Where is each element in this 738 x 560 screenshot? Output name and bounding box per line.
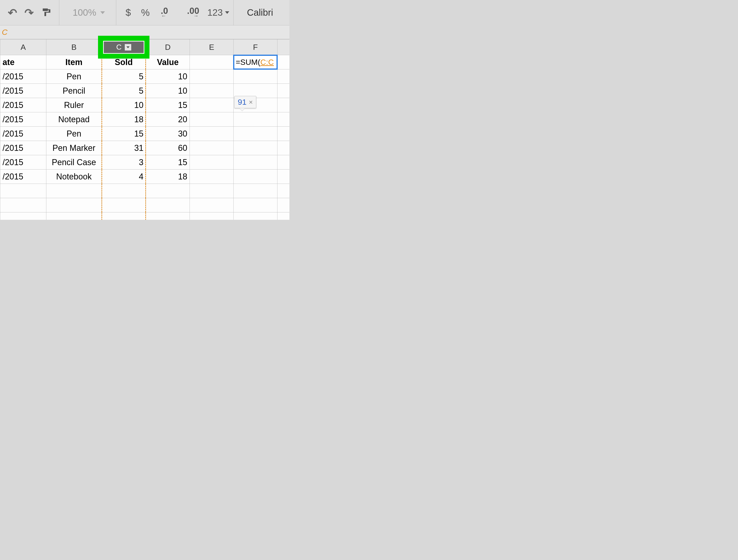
cell-sold[interactable]: 10 [102, 98, 146, 112]
cell-item[interactable]: Pen [46, 69, 102, 84]
col-header-C-selected[interactable]: C [103, 41, 144, 54]
cell-date[interactable]: /2015 [0, 170, 46, 184]
cell-value[interactable]: 15 [146, 155, 190, 170]
cell-item[interactable]: Notebook [46, 170, 102, 184]
cell[interactable] [278, 170, 290, 184]
cell[interactable] [278, 55, 290, 69]
cell[interactable] [234, 170, 278, 184]
header-item[interactable]: Item [46, 55, 102, 69]
header-value[interactable]: Value [146, 55, 190, 69]
cell[interactable] [146, 213, 190, 220]
cell-item[interactable]: Pencil Case [46, 155, 102, 170]
cell[interactable] [278, 141, 290, 155]
formula-editor[interactable]: =SUM(C:C [233, 55, 278, 70]
col-header-G[interactable] [278, 39, 290, 55]
header-date[interactable]: ate [0, 55, 46, 69]
cell[interactable] [102, 184, 146, 198]
cell-sold[interactable]: 15 [102, 126, 146, 141]
decrease-decimal-button[interactable]: .0 ← [155, 7, 181, 18]
cell-date[interactable]: /2015 [0, 98, 46, 112]
cell-date[interactable]: /2015 [0, 69, 46, 84]
cell-value[interactable]: 30 [146, 126, 190, 141]
cell[interactable] [278, 213, 290, 220]
cell[interactable] [278, 155, 290, 170]
cell-sold[interactable]: 5 [102, 84, 146, 98]
cell-value[interactable]: 18 [146, 170, 190, 184]
cell[interactable] [46, 198, 102, 213]
cell-value[interactable]: 20 [146, 112, 190, 126]
tooltip-close-button[interactable]: × [249, 98, 253, 106]
cell-date[interactable]: /2015 [0, 141, 46, 155]
cell[interactable] [278, 98, 290, 112]
cell[interactable] [190, 84, 234, 98]
cell[interactable] [190, 69, 234, 84]
cell[interactable] [146, 198, 190, 213]
cell[interactable] [278, 112, 290, 126]
cell[interactable] [190, 141, 234, 155]
cell[interactable] [146, 184, 190, 198]
cell[interactable] [234, 155, 278, 170]
formula-cell[interactable]: =SUM(C:C [234, 55, 278, 69]
cell[interactable] [234, 198, 278, 213]
increase-decimal-button[interactable]: .00 → [181, 7, 207, 18]
cell[interactable] [190, 126, 234, 141]
cell[interactable] [0, 213, 46, 220]
name-box[interactable]: C [2, 28, 8, 37]
more-formats-dropdown[interactable]: 123 [207, 7, 229, 18]
cell-value[interactable]: 10 [146, 84, 190, 98]
cell-item[interactable]: Ruler [46, 98, 102, 112]
col-header-C[interactable]: C [102, 39, 146, 55]
col-header-A[interactable]: A [0, 39, 46, 55]
cell[interactable] [0, 198, 46, 213]
cell[interactable] [234, 141, 278, 155]
cell[interactable] [190, 170, 234, 184]
col-header-E[interactable]: E [190, 39, 234, 55]
cell-item[interactable]: Notepad [46, 112, 102, 126]
cell[interactable] [190, 98, 234, 112]
cell-date[interactable]: /2015 [0, 84, 46, 98]
cell[interactable] [278, 84, 290, 98]
cell-sold[interactable]: 5 [102, 69, 146, 84]
cell-date[interactable]: /2015 [0, 112, 46, 126]
cell[interactable] [234, 213, 278, 220]
cell-sold[interactable]: 18 [102, 112, 146, 126]
font-family-dropdown[interactable]: Calibri [238, 7, 273, 18]
cell[interactable] [46, 184, 102, 198]
cell[interactable] [102, 198, 146, 213]
cell[interactable] [190, 213, 234, 220]
cell[interactable] [278, 198, 290, 213]
cell-date[interactable]: /2015 [0, 126, 46, 141]
cell[interactable] [0, 184, 46, 198]
cell[interactable] [278, 126, 290, 141]
cell[interactable] [46, 213, 102, 220]
cell-value[interactable]: 60 [146, 141, 190, 155]
cell[interactable] [190, 184, 234, 198]
cell[interactable] [190, 112, 234, 126]
col-header-D[interactable]: D [146, 39, 190, 55]
redo-button[interactable]: ↷ [21, 6, 37, 19]
cell[interactable] [102, 213, 146, 220]
cell[interactable] [190, 155, 234, 170]
cell[interactable] [190, 55, 234, 69]
undo-button[interactable]: ↶ [4, 6, 21, 19]
cell-item[interactable]: Pen Marker [46, 141, 102, 155]
currency-button[interactable]: $ [120, 7, 136, 18]
cell-item[interactable]: Pen [46, 126, 102, 141]
zoom-dropdown[interactable]: 100% [63, 7, 112, 18]
cell[interactable] [278, 184, 290, 198]
cell-value[interactable]: 15 [146, 98, 190, 112]
paint-format-button[interactable] [37, 8, 55, 18]
col-header-B[interactable]: B [46, 39, 102, 55]
cell-sold[interactable]: 4 [102, 170, 146, 184]
percent-button[interactable]: % [136, 7, 155, 18]
cell-value[interactable]: 10 [146, 69, 190, 84]
col-header-C-dropdown[interactable] [125, 44, 131, 50]
col-header-F[interactable]: F [234, 39, 278, 55]
cell[interactable] [234, 112, 278, 126]
cell[interactable] [234, 184, 278, 198]
cell-item[interactable]: Pencil [46, 84, 102, 98]
cell[interactable] [234, 126, 278, 141]
cell-sold[interactable]: 3 [102, 155, 146, 170]
cell[interactable] [278, 69, 290, 84]
cell[interactable] [234, 69, 278, 84]
